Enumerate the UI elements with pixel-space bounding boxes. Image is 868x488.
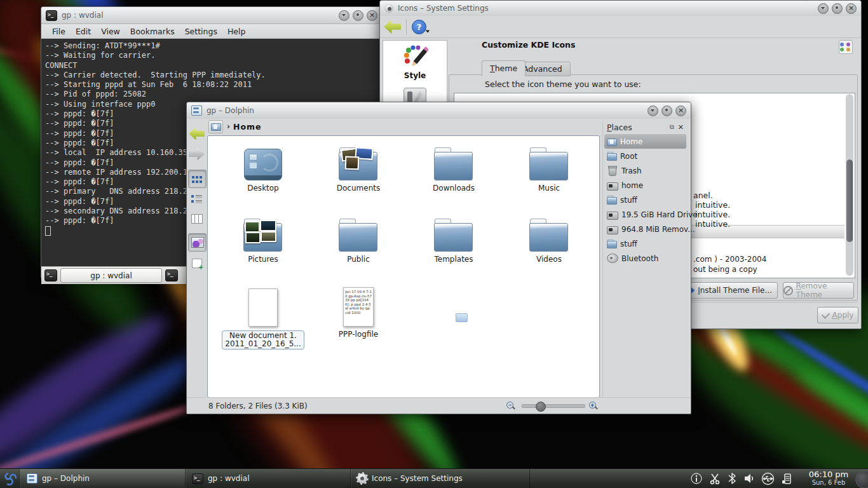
style-category-label[interactable]: Style: [404, 71, 426, 80]
task-wvdial[interactable]: gp : wvdial: [186, 469, 351, 488]
split-view-button[interactable]: [188, 255, 205, 272]
theme-description-fragment: out being a copy: [693, 265, 757, 274]
back-button[interactable]: [188, 125, 205, 142]
minimize-button[interactable]: [648, 105, 658, 116]
icons-view-button[interactable]: [188, 170, 207, 188]
app-launcher-button[interactable]: [0, 469, 20, 488]
folder-item-downloads[interactable]: Downloads: [406, 141, 501, 212]
list-scrollbar-thumb[interactable]: [846, 159, 853, 242]
folder-item-documents[interactable]: Documents: [311, 141, 406, 212]
place-removable-media[interactable]: 964.8 MiB Remov...: [604, 222, 686, 236]
no-entry-icon: [783, 286, 793, 295]
place-label: Trash: [621, 166, 642, 175]
minimize-button[interactable]: [818, 3, 829, 14]
icons-view-icon: [192, 175, 203, 184]
zoom-out-icon[interactable]: [506, 402, 515, 410]
terminal-line: --> Pid of pppd: 25082: [45, 90, 378, 99]
place-bluetooth[interactable]: Bluetooth: [604, 251, 686, 266]
menu-help[interactable]: Help: [223, 27, 250, 36]
terminal-titlebar[interactable]: gp : wvdial: [41, 7, 382, 24]
places-header: Places: [607, 123, 632, 132]
breadcrumb-location[interactable]: Home: [233, 122, 262, 132]
tab-theme[interactable]: Theme: [482, 60, 526, 76]
columns-view-button[interactable]: [188, 210, 205, 227]
place-hard-drive[interactable]: 19.5 GiB Hard Drive: [604, 207, 686, 222]
dolphin-icon: [27, 473, 37, 484]
volume-icon[interactable]: [743, 472, 756, 485]
zoom-in-icon[interactable]: [589, 402, 597, 410]
folder-item-desktop[interactable]: Desktop: [215, 141, 311, 212]
file-label: PPP-logfile: [339, 330, 378, 339]
task-dolphin[interactable]: gp – Dolphin: [20, 469, 186, 488]
terminal-line: --> Starting pppd at Sun Feb 6 18:08:22 …: [45, 80, 378, 90]
folder-item-public[interactable]: Public: [311, 212, 406, 283]
maximize-button[interactable]: [661, 105, 672, 116]
details-view-button[interactable]: [188, 190, 205, 207]
back-arrow-icon[interactable]: [384, 20, 401, 34]
style-category-icon[interactable]: [402, 44, 428, 70]
konsole-icon: [192, 473, 203, 484]
documents-folder-icon: [339, 147, 378, 180]
file-item-ppp-logfile[interactable]: Jan 17 09:4 7:18 gp-Asp ire-5738 pp pd[1…: [311, 283, 406, 355]
install-theme-button[interactable]: Install Theme File...: [681, 282, 778, 299]
folder-icon: [607, 152, 617, 161]
module-grid-icon[interactable]: [839, 40, 853, 54]
close-panel-icon[interactable]: ✕: [678, 123, 684, 132]
folder-item-pictures[interactable]: Pictures: [215, 212, 311, 283]
split-view-icon: [192, 259, 202, 268]
folder-view[interactable]: Desktop Documents Downloads Music: [207, 135, 600, 398]
menu-file[interactable]: File: [48, 27, 70, 36]
menu-bookmarks[interactable]: Bookmarks: [126, 27, 179, 36]
chevron-down-icon[interactable]: [426, 30, 430, 33]
file-item-new-document[interactable]: New document 1. 2011_01_20_16_5...: [215, 283, 311, 355]
close-button[interactable]: [675, 105, 686, 116]
folder-label: Public: [347, 255, 370, 264]
panel-toolbox-icon[interactable]: [855, 470, 868, 488]
usb-device-icon[interactable]: [761, 472, 775, 485]
detach-panel-icon[interactable]: ⧉: [670, 123, 674, 131]
folder-label: Downloads: [433, 184, 475, 193]
maximize-button[interactable]: [832, 3, 843, 14]
preview-button[interactable]: [188, 233, 207, 252]
place-label: Root: [620, 152, 637, 161]
maximize-button[interactable]: [353, 10, 363, 21]
info-icon[interactable]: [690, 472, 703, 485]
breadcrumb-separator: ›: [227, 122, 230, 131]
forward-button[interactable]: [188, 146, 205, 163]
place-home-partition[interactable]: home: [604, 178, 686, 193]
terminal-tab[interactable]: gp : wvdial: [60, 268, 162, 283]
place-stuff[interactable]: stuff: [604, 193, 686, 207]
digital-clock[interactable]: 06:10 pm Sun, 6 Feb: [804, 469, 853, 488]
menu-edit[interactable]: Edit: [71, 27, 95, 36]
tab-session-icon[interactable]: [165, 269, 178, 281]
breadcrumb-home-button[interactable]: [208, 120, 223, 133]
menu-view[interactable]: View: [97, 27, 125, 36]
minimize-button[interactable]: [339, 10, 349, 21]
place-home[interactable]: Home: [604, 134, 686, 149]
zoom-slider[interactable]: [522, 404, 585, 408]
task-system-settings[interactable]: Icons – System Settings: [351, 469, 530, 488]
system-settings-titlebar[interactable]: Icons – System Settings: [380, 1, 861, 17]
menu-settings[interactable]: Settings: [180, 27, 222, 36]
logfile-preview-text: Jan 17 09:4 7:18 gp-Asp ire-5738 pp pd[1…: [344, 288, 373, 326]
new-tab-icon[interactable]: [44, 269, 57, 281]
folder-item-videos[interactable]: Videos: [501, 212, 597, 283]
battery-icon[interactable]: [780, 472, 793, 485]
folder-item-music[interactable]: Music: [501, 141, 597, 212]
remove-theme-button[interactable]: Remove Theme: [783, 282, 854, 299]
system-tray: [690, 469, 793, 488]
close-button[interactable]: [367, 10, 377, 21]
klipper-scissors-icon[interactable]: [709, 472, 721, 485]
place-trash[interactable]: Trash: [604, 163, 686, 178]
place-root[interactable]: Root: [604, 149, 686, 163]
dolphin-titlebar[interactable]: gp – Dolphin: [187, 102, 691, 119]
help-icon[interactable]: [412, 20, 426, 34]
folder-item-templates[interactable]: Templates: [406, 212, 501, 283]
folder-label: Documents: [337, 184, 380, 193]
close-button[interactable]: [846, 3, 857, 14]
bluetooth-icon[interactable]: [727, 472, 737, 485]
zoom-slider-handle[interactable]: [536, 402, 546, 412]
apply-button[interactable]: Apply: [817, 307, 858, 323]
folder-label: Templates: [434, 255, 473, 264]
place-stuff-2[interactable]: stuff: [604, 236, 686, 251]
